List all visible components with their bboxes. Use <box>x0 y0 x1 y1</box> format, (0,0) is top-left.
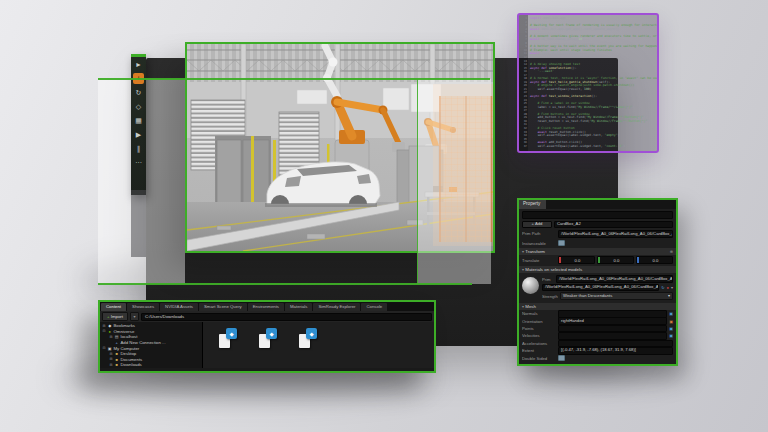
material-path-field[interactable]: /World/FlexRailLong_A0_06FlexRailLong_A0… <box>542 284 659 292</box>
blue-type-icon: ▣ <box>669 311 673 316</box>
property-panel: Property + Add CardBox_A2 Prim Path /Wor… <box>517 198 678 366</box>
screenshot-stage: ►+↻◇▦▶∥⋯ <box>0 0 768 432</box>
pause-button-icon[interactable]: ∥ <box>133 143 144 154</box>
mesh-attr-field[interactable] <box>558 332 667 340</box>
tree-item-label: Add New Connection ... <box>121 340 166 345</box>
line-number-gutter: 1234567891011121314151617181920212223242… <box>519 15 528 151</box>
mesh-attribute-rows: Normals▣OrientationrightHanded▣Points▣Ve… <box>519 310 676 362</box>
overlay-bottom-border <box>98 283 472 285</box>
instanceable-label: Instanceable <box>522 241 556 246</box>
tree-item-label: localhost <box>121 334 138 339</box>
translate-label: Translate <box>522 258 556 263</box>
tab-showcases[interactable]: Showcases <box>127 303 159 311</box>
tree-item-label: Downloads <box>121 362 142 367</box>
add-property-button[interactable]: + Add <box>522 221 552 229</box>
tab-console[interactable]: Console <box>361 303 387 311</box>
instanceable-checkbox[interactable] <box>558 240 565 247</box>
strength-dropdown[interactable]: Weaker than Descendants ▾ <box>560 292 673 300</box>
gear-icon[interactable]: ⊕ <box>670 249 673 254</box>
translate-x-field[interactable]: 0.0 <box>558 256 595 264</box>
tab-nvidia-assets[interactable]: NVIDIA Assets <box>160 303 198 311</box>
content-browser-panel: ContentShowcasesNVIDIA AssetsSmart Scene… <box>98 300 436 373</box>
code-line: self.assertEqual(label.widget.text, "cou… <box>530 145 657 149</box>
material-prim-label: Prim <box>542 277 554 282</box>
mesh-attr-label: Extent <box>522 348 556 353</box>
double-sided-checkbox[interactable] <box>558 355 565 362</box>
play-button-icon[interactable]: ▶ <box>133 129 144 140</box>
collapse-caret-icon: ▾ <box>522 249 524 254</box>
mesh-attr-field[interactable]: rightHanded <box>558 317 667 325</box>
orange-type-icon: ▣ <box>669 319 673 324</box>
options-button[interactable]: ▾ <box>130 312 139 321</box>
refresh-icon[interactable]: ↻ <box>661 285 664 290</box>
translate-z-field[interactable]: 0.0 <box>636 256 673 264</box>
server-icon: ▤ <box>115 334 120 339</box>
scale-tool-icon[interactable]: ◇ <box>133 101 144 112</box>
blue-type-icon: ▣ <box>669 326 673 331</box>
plus-icon: + <box>107 314 110 319</box>
translucent-overlay-right <box>417 79 491 284</box>
materials-section-header[interactable]: ▾ Materials on selected models <box>519 266 676 273</box>
folder-icon: ■ <box>115 351 120 356</box>
prim-name-field[interactable]: CardBox_A2 <box>554 221 673 229</box>
usd-badge-icon: ◆ <box>266 328 277 339</box>
computer-icon: ▣ <box>108 346 113 351</box>
content-browser-toolbar: + Import ▾ C:/Users/Downloads <box>100 311 434 322</box>
material-preview-sphere <box>522 277 539 294</box>
transform-section-header[interactable]: ▾ Transform ⊕ <box>519 248 676 255</box>
tree-item-label: Documents <box>121 357 143 362</box>
snap-tool-icon[interactable]: ▦ <box>133 115 144 126</box>
script-editor-panel[interactable]: 1234567891011121314151617181920212223242… <box>517 13 659 153</box>
tab-simready-explorer[interactable]: SimReady Explorer <box>313 303 360 311</box>
property-tabstrip: Property <box>519 200 676 209</box>
status-dot-icon: ● <box>667 285 669 290</box>
bookmark-icon: ◆ <box>108 323 113 328</box>
mesh-attr-field[interactable]: [(-0.47, -31.9, -7.68), (18.67, 31.9, 7.… <box>558 347 673 355</box>
collapse-caret-icon: ▾ <box>522 267 524 272</box>
folder-icon: ■ <box>115 362 120 367</box>
tab-environments[interactable]: Environments <box>248 303 284 311</box>
path-field[interactable]: C:/Users/Downloads <box>141 313 432 321</box>
tab-property[interactable]: Property <box>519 200 546 209</box>
toolbar-slot <box>131 190 146 257</box>
blue-type-icon: ▣ <box>669 333 673 338</box>
viewport-tool-strip: ►+↻◇▦▶∥⋯ <box>131 54 146 195</box>
dropdown-arrow-icon[interactable]: ▾ <box>671 285 673 290</box>
prim-path-field[interactable]: /World/FlexRailLong_A0_06FlexRailLong_A0… <box>558 230 673 238</box>
tree-item-label: Desktop <box>121 351 137 356</box>
mesh-attr-label: Points <box>522 326 556 331</box>
tab-smart-scene-query[interactable]: Smart Scene Query <box>199 303 247 311</box>
prim-path-label: Prim Path <box>522 231 556 236</box>
mesh-attr-field[interactable] <box>558 340 673 348</box>
code-line: reset_button = ui_test.find("My Window//… <box>530 120 657 124</box>
mesh-attr-label: Normals <box>522 311 556 316</box>
plus-icon: + <box>115 340 120 345</box>
usd-file[interactable]: ◆ <box>259 328 277 350</box>
omniverse-icon: ● <box>108 329 113 334</box>
more-tools-icon[interactable]: ⋯ <box>133 157 144 168</box>
tree-item-label: Omniverse <box>114 329 135 334</box>
usd-file[interactable]: ◆ <box>219 328 237 350</box>
control-cabinets <box>215 136 271 208</box>
tree-item-label: My Computer <box>114 346 140 351</box>
collapse-caret-icon: ▾ <box>522 304 524 309</box>
code-text-area[interactable]: import omni.kit.app # Waiting for next f… <box>528 15 657 151</box>
select-tool-icon[interactable]: ► <box>133 59 144 70</box>
content-browser-tabs: ContentShowcasesNVIDIA AssetsSmart Scene… <box>100 302 434 311</box>
translate-fields: 0.00.00.0 <box>558 256 673 264</box>
import-button[interactable]: + Import <box>102 312 128 321</box>
usd-badge-icon: ◆ <box>306 328 317 339</box>
strength-label: Strength <box>542 294 558 299</box>
tab-materials[interactable]: Materials <box>285 303 312 311</box>
property-filter-field[interactable] <box>522 211 673 219</box>
material-prim-field[interactable]: /World/FlexRailLong_A0_06FlexRailLong_A0… <box>556 275 673 283</box>
rotate-tool-icon[interactable]: ↻ <box>133 87 144 98</box>
usd-file[interactable]: ◆ <box>299 328 317 350</box>
translate-y-field[interactable]: 0.0 <box>597 256 634 264</box>
mesh-attr-label: Double Sided <box>522 356 556 361</box>
tab-content[interactable]: Content <box>101 303 126 311</box>
overlay-top-border <box>98 78 490 80</box>
usd-badge-icon: ◆ <box>226 328 237 339</box>
tree-item-label: Bookmarks <box>114 323 136 328</box>
file-tree: ⊞◆Bookmarks⊟●Omniverse⊞▤localhost+Add Ne… <box>100 322 203 368</box>
